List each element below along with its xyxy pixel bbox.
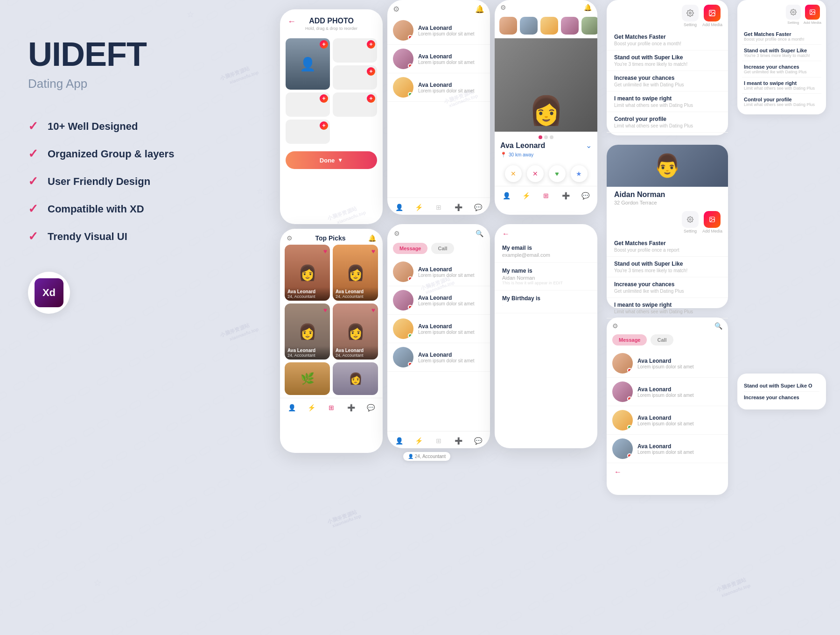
nav-icon-5-5[interactable]: 💬 xyxy=(473,435,484,446)
chat-item-4[interactable]: Ava Leonard Lorem ipsum dolor sit amet xyxy=(387,343,490,372)
filter-icon-2[interactable]: ⚙ xyxy=(500,4,506,11)
bot-search-icon[interactable]: 🔍 xyxy=(714,322,722,330)
pick-card-2[interactable]: 👩 Ava Leonard 24, Accountant ♥ xyxy=(333,245,378,301)
pick-card-4[interactable]: 👩 Ava Leonard 24, Accountant ♥ xyxy=(333,303,378,360)
nav-icon-5-3[interactable]: ⊞ xyxy=(433,435,444,446)
nav-chat-icon[interactable]: 💬 xyxy=(473,202,484,213)
filter-icon[interactable]: ⚙ xyxy=(393,5,399,14)
add-media-btn[interactable] xyxy=(704,5,721,21)
mid-addmedia-btn[interactable] xyxy=(704,211,721,228)
dislike-button[interactable]: ✕ xyxy=(505,165,522,182)
nav-icon-5-1[interactable]: 👤 xyxy=(393,435,405,446)
story-2[interactable] xyxy=(520,17,538,35)
nav-add-icon-3[interactable]: ➕ xyxy=(560,190,571,201)
action-buttons: ✕ ✕ ♥ ★ xyxy=(495,162,597,186)
call-button[interactable]: Call xyxy=(431,243,454,254)
story-1[interactable] xyxy=(499,17,517,35)
far-addmedia-btn[interactable] xyxy=(805,5,820,20)
search-icon-5[interactable]: 🔍 xyxy=(476,230,483,237)
edit-back-arrow[interactable]: ← xyxy=(495,224,597,240)
photo-slot-4[interactable]: + xyxy=(286,92,330,117)
story-5[interactable] xyxy=(581,17,597,35)
pick-card-3[interactable]: 👩 Ava Leonard 24, Accountant ♥ xyxy=(285,303,330,360)
bot-chat-item-2[interactable]: Ava Leonard Lorem ipsum dolor sit amet xyxy=(607,378,728,406)
bell-icon-4[interactable]: 🔔 xyxy=(368,234,376,242)
bell-icon-2[interactable]: 🔔 xyxy=(584,4,592,11)
mid-feature-3: Increase your chances Get unlimited Ike … xyxy=(607,277,728,298)
feature-desc-3: Get unlimited Ike with Dating Plus xyxy=(614,82,721,87)
far-right-panel-top: Setting Add Media Get Matches Faster Boo… xyxy=(737,0,826,114)
match-item-1[interactable]: Ava Leonard Lorem ipsum dolor sit amet xyxy=(387,16,490,45)
bot-chat-item-4[interactable]: Ava Leonard Lorem ipsum dolor sit amet xyxy=(607,435,728,463)
nav-icon-5-4[interactable]: ➕ xyxy=(453,435,464,446)
filter-icon-4[interactable]: ⚙ xyxy=(287,234,293,242)
nav-grid-icon-4[interactable]: ⊞ xyxy=(326,402,337,413)
bell-icon[interactable]: 🔔 xyxy=(475,5,484,14)
like-button[interactable]: ★ xyxy=(571,165,588,182)
nav-add-icon-4[interactable]: ➕ xyxy=(345,402,357,413)
pick-card-1[interactable]: 👩 Ava Leonard 24, Accountant ♥ xyxy=(285,245,330,301)
chat-msg-4: Lorem ipsum dolor sit amet xyxy=(418,358,484,363)
check-icon-3: ✓ xyxy=(28,174,38,189)
photo-slot-6[interactable]: + xyxy=(286,120,330,144)
photo-add-btn-5[interactable]: + xyxy=(367,94,375,103)
chat-item-2[interactable]: Ava Leonard Lorem ipsum dolor sit amet xyxy=(387,286,490,315)
nav-person-icon-4[interactable]: 👤 xyxy=(286,402,297,413)
pick-card-5[interactable]: 🌿 xyxy=(285,362,330,395)
photo-slot-5[interactable]: + xyxy=(333,92,377,117)
nav-icon-5-2[interactable]: ⚡ xyxy=(413,435,425,446)
back-arrow-icon[interactable]: ← xyxy=(287,17,296,27)
mid-setting-btn[interactable] xyxy=(682,211,699,228)
far-setting-btn[interactable] xyxy=(786,5,801,20)
chat-item-3[interactable]: Ava Leonard Lorem ipsum dolor sit amet xyxy=(387,315,490,343)
photo-slot-1[interactable]: 👤 + xyxy=(286,38,330,90)
nav-person-icon-3[interactable]: 👤 xyxy=(501,190,512,201)
nav-sliders-icon-4[interactable]: ⚡ xyxy=(306,402,317,413)
nav-grid-icon-3[interactable]: ⊞ xyxy=(540,190,552,201)
accountant-label: 👤 24, Accountant xyxy=(403,452,450,461)
match-info-3: Ava Leonard Lorem ipsum dolor sit amet xyxy=(418,82,484,93)
photo-add-btn-2[interactable]: + xyxy=(367,40,375,49)
nav-chat-icon-3[interactable]: 💬 xyxy=(580,190,591,201)
nav-grid-icon[interactable]: ⊞ xyxy=(433,202,444,213)
profile-expand-icon[interactable]: ⌄ xyxy=(586,141,592,150)
match-item-2[interactable]: Ava Leonard Lorem ipsum dolor sit amet xyxy=(387,45,490,73)
nav-person-icon[interactable]: 👤 xyxy=(393,202,405,213)
setting-btn[interactable] xyxy=(682,5,699,21)
pick-heart-1: ♥ xyxy=(323,247,327,255)
story-4[interactable] xyxy=(561,17,579,35)
superlike-button[interactable]: ♥ xyxy=(549,165,566,182)
bot-chat-item-1[interactable]: Ava Leonard Lorem ipsum dolor sit amet xyxy=(607,349,728,378)
edit-value-name[interactable]: Aidan Norman xyxy=(502,275,590,281)
back-arrow-bot[interactable]: ← xyxy=(607,463,728,478)
photo-add-btn-1[interactable]: + xyxy=(320,40,328,49)
bot-call-btn[interactable]: Call xyxy=(651,334,673,346)
message-button[interactable]: Message xyxy=(393,243,427,254)
edit-value-birthday[interactable]: · xyxy=(502,303,590,308)
edit-value-email[interactable]: example@email.com xyxy=(502,252,590,258)
photo-slot-2[interactable]: + xyxy=(333,38,377,63)
nav-sliders-icon[interactable]: ⚡ xyxy=(413,202,425,213)
nav-chat-icon-4[interactable]: 💬 xyxy=(365,402,377,413)
chat-item-1[interactable]: Ava Leonard Lorem ipsum dolor sit amet xyxy=(387,258,490,286)
picks-grid: 👩 Ava Leonard 24, Accountant ♥ 👩 Ava Leo… xyxy=(280,245,383,362)
photo-add-btn-4[interactable]: + xyxy=(320,94,328,103)
chat-info-2: Ava Leonard Lorem ipsum dolor sit amet xyxy=(418,295,484,306)
bot-filter-icon[interactable]: ⚙ xyxy=(612,322,618,330)
photo-slot-3[interactable]: + xyxy=(333,65,377,90)
match-item-3[interactable]: Ava Leonard Lorem ipsum dolor sit amet xyxy=(387,73,490,102)
far-bot-feat-1: Stand out with Super Like O xyxy=(744,380,819,392)
story-3[interactable] xyxy=(540,17,558,35)
bot-message-btn[interactable]: Message xyxy=(612,334,647,346)
photo-add-btn-3[interactable]: + xyxy=(367,67,375,76)
nav-sliders-icon-3[interactable]: ⚡ xyxy=(521,190,532,201)
mid-feature-2: Stand out with Super Like You're 3 times… xyxy=(607,257,728,277)
bot-chat-item-3[interactable]: Ava Leonard Lorem ipsum dolor sit amet xyxy=(607,406,728,435)
cross-button[interactable]: ✕ xyxy=(527,165,544,182)
filter-icon-5[interactable]: ⚙ xyxy=(394,230,400,237)
done-button[interactable]: Done ▼ xyxy=(286,151,377,169)
pick-card-6[interactable]: 👩 xyxy=(333,362,378,395)
match-msg-3: Lorem ipsum dolor sit amet xyxy=(418,88,484,93)
photo-add-btn-6[interactable]: + xyxy=(320,121,328,130)
nav-add-icon[interactable]: ➕ xyxy=(453,202,464,213)
